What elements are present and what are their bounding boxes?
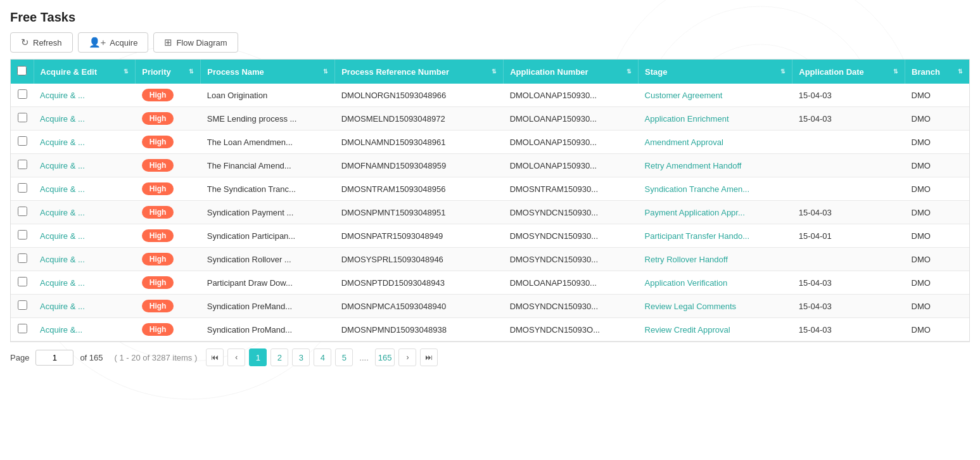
row-4-checkbox[interactable] <box>18 183 27 193</box>
row-stage[interactable]: Participant Transfer Hando... <box>639 224 792 248</box>
last-page-button[interactable]: 165 <box>375 348 395 366</box>
row-checkbox-cell <box>11 201 34 224</box>
page-4-button[interactable]: 4 <box>314 348 331 366</box>
table-row: Acquire & ...HighSyndication Rollover ..… <box>11 248 969 271</box>
row-stage[interactable]: Retry Rollover Handoff <box>639 248 792 271</box>
col-header-process-ref[interactable]: Process Reference Number ⇅ <box>335 60 504 84</box>
row-acquire-edit[interactable]: Acquire & ... <box>34 154 136 177</box>
row-acquire-edit[interactable]: Acquire & ... <box>34 224 136 248</box>
row-0-checkbox[interactable] <box>18 89 27 99</box>
row-acquire-edit[interactable]: Acquire & ... <box>34 131 136 154</box>
row-process-ref: DMOLNORGN15093048966 <box>335 84 504 107</box>
first-page-button[interactable]: ⏮ <box>206 348 224 366</box>
table-row: Acquire & ...HighThe Financial Amend...D… <box>11 154 969 177</box>
row-6-checkbox[interactable] <box>18 230 27 240</box>
row-3-checkbox[interactable] <box>18 160 27 169</box>
tasks-table: Acquire & Edit ⇅ Priority ⇅ <box>11 60 969 342</box>
refresh-label: Refresh <box>33 38 62 48</box>
page-input[interactable] <box>35 350 73 366</box>
row-acquire-edit[interactable]: Acquire & ... <box>34 177 136 201</box>
flow-diagram-button[interactable]: ⊞ Flow Diagram <box>153 32 238 53</box>
row-stage[interactable]: Payment Application Appr... <box>639 201 792 224</box>
page-3-button[interactable]: 3 <box>292 348 310 366</box>
table-row: Acquire & ...HighSyndication Participan.… <box>11 224 969 248</box>
row-process-name: Participant Draw Dow... <box>201 271 335 295</box>
row-branch: DMO <box>905 201 969 224</box>
table-row: Acquire & ...HighLoan OriginationDMOLNOR… <box>11 84 969 107</box>
select-all-checkbox[interactable] <box>17 66 27 75</box>
row-acquire-edit[interactable]: Acquire & ... <box>34 295 136 318</box>
col-header-app-number[interactable]: Application Number ⇅ <box>504 60 639 84</box>
row-stage[interactable]: Application Enrichment <box>639 107 792 131</box>
page-2-button[interactable]: 2 <box>270 348 288 366</box>
row-stage[interactable]: Review Legal Comments <box>639 295 792 318</box>
row-stage[interactable]: Customer Agreement <box>639 84 792 107</box>
page-5-button[interactable]: 5 <box>335 348 353 366</box>
sort-icon-process-name: ⇅ <box>323 69 328 75</box>
row-1-checkbox[interactable] <box>18 113 27 122</box>
col-header-process-name[interactable]: Process Name ⇅ <box>201 60 335 84</box>
row-stage[interactable]: Application Verification <box>639 271 792 295</box>
row-8-checkbox[interactable] <box>18 277 27 286</box>
row-acquire-edit[interactable]: Acquire & ... <box>34 84 136 107</box>
row-acquire-edit[interactable]: Acquire & ... <box>34 201 136 224</box>
row-app-number: DMOSNTRAM150930... <box>504 177 639 201</box>
row-process-name: Syndication Rollover ... <box>201 248 335 271</box>
row-7-checkbox[interactable] <box>18 253 27 263</box>
sort-icon-priority: ⇅ <box>189 69 194 75</box>
row-stage[interactable]: Amendment Approval <box>639 131 792 154</box>
next-page-button[interactable]: › <box>398 348 416 366</box>
row-10-checkbox[interactable] <box>18 324 27 333</box>
row-process-name: The Financial Amend... <box>201 154 335 177</box>
acquire-button[interactable]: 👤+ Acquire <box>78 32 149 53</box>
page-1-button[interactable]: 1 <box>249 348 267 366</box>
row-priority: High <box>136 177 201 201</box>
row-app-number: DMOSYNDCN150930... <box>504 295 639 318</box>
row-checkbox-cell <box>11 224 34 248</box>
row-branch: DMO <box>905 84 969 107</box>
table-header-row: Acquire & Edit ⇅ Priority ⇅ <box>11 60 969 84</box>
row-app-number: DMOSYNDCN150930... <box>504 248 639 271</box>
acquire-icon: 👤+ <box>89 37 106 48</box>
of-text: of 165 <box>80 353 103 362</box>
row-process-name: SME Lending process ... <box>201 107 335 131</box>
row-priority: High <box>136 248 201 271</box>
row-acquire-edit[interactable]: Acquire & ... <box>34 271 136 295</box>
table-row: Acquire & ...HighParticipant Draw Dow...… <box>11 271 969 295</box>
row-acquire-edit[interactable]: Acquire &... <box>34 318 136 342</box>
last-nav-button[interactable]: ⏭ <box>420 348 438 366</box>
row-5-checkbox[interactable] <box>18 207 27 216</box>
row-priority: High <box>136 271 201 295</box>
sort-icon-stage: ⇅ <box>780 69 786 75</box>
col-header-app-date[interactable]: Application Date ⇅ <box>792 60 905 84</box>
col-header-priority[interactable]: Priority ⇅ <box>136 60 201 84</box>
col-header-acquire-edit[interactable]: Acquire & Edit ⇅ <box>34 60 136 84</box>
select-all-header[interactable] <box>11 60 34 84</box>
row-app-number: DMOLOANAP150930... <box>504 107 639 131</box>
row-stage[interactable]: Review Credit Approval <box>639 318 792 342</box>
row-process-name: Syndication PreMand... <box>201 295 335 318</box>
col-header-stage[interactable]: Stage ⇅ <box>639 60 792 84</box>
sort-icon-process-ref: ⇅ <box>492 69 497 75</box>
sort-icon-app-date: ⇅ <box>893 69 898 75</box>
refresh-button[interactable]: ↻ Refresh <box>10 32 73 53</box>
sort-icon-branch: ⇅ <box>958 69 963 75</box>
row-branch: DMO <box>905 271 969 295</box>
row-9-checkbox[interactable] <box>18 300 27 310</box>
table-row: Acquire &...HighSyndication ProMand...DM… <box>11 318 969 342</box>
row-branch: DMO <box>905 248 969 271</box>
row-stage[interactable]: Syndication Tranche Amen... <box>639 177 792 201</box>
row-2-checkbox[interactable] <box>18 136 27 146</box>
row-branch: DMO <box>905 131 969 154</box>
prev-page-button[interactable]: ‹ <box>227 348 245 366</box>
pagination-ellipsis: .... <box>357 353 371 362</box>
acquire-label: Acquire <box>110 38 137 48</box>
row-acquire-edit[interactable]: Acquire & ... <box>34 248 136 271</box>
row-stage[interactable]: Retry Amendment Handoff <box>639 154 792 177</box>
row-app-number: DMOLOANAP150930... <box>504 271 639 295</box>
col-header-branch[interactable]: Branch ⇅ <box>905 60 969 84</box>
toolbar: ↻ Refresh 👤+ Acquire ⊞ Flow Diagram <box>10 32 970 53</box>
row-app-date <box>792 248 905 271</box>
row-process-name: Loan Origination <box>201 84 335 107</box>
row-acquire-edit[interactable]: Acquire & ... <box>34 107 136 131</box>
